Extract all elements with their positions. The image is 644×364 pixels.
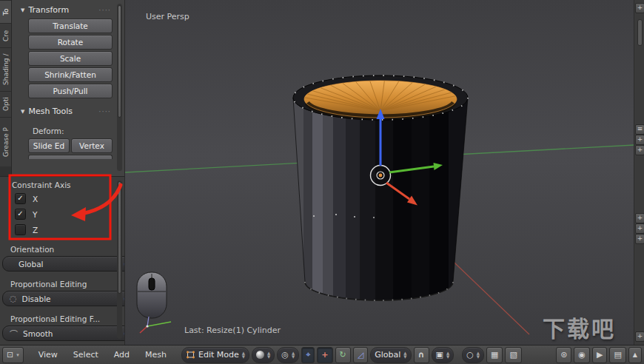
region-widget-button[interactable]: + bbox=[635, 145, 644, 155]
vertex-button[interactable]: Vertex bbox=[71, 138, 113, 153]
checkbox-x-label: X bbox=[33, 195, 38, 203]
header-right-group: ⊛ ◉ ▶ ▤ ▲ bbox=[556, 347, 642, 363]
layers-grid-icon: ▦ bbox=[491, 350, 498, 360]
disable-icon: ◌ bbox=[10, 294, 17, 303]
layers-widget-button[interactable]: ▦ bbox=[486, 347, 503, 363]
transform-orientation-dropdown[interactable]: Global ▲▼ bbox=[370, 347, 411, 363]
operator-panel: Constraint Axis ✓ X ✓ Y Z Orientation Gl… bbox=[0, 177, 124, 345]
expand-panel-button[interactable]: + bbox=[635, 234, 644, 244]
3d-view-editor-icon: ⊡ bbox=[7, 350, 13, 360]
scrollbar-thumb[interactable] bbox=[118, 181, 121, 294]
stepper-arrows-icon: ▲▼ bbox=[292, 351, 295, 359]
collapse-triangle-icon: ▼ bbox=[21, 109, 24, 115]
render-still-icon: ◉ bbox=[578, 350, 586, 360]
last-operator-status: Last: Resize(1) Cylinder bbox=[184, 326, 281, 335]
rotate-button[interactable]: Rotate bbox=[28, 35, 113, 50]
vertex-dot bbox=[373, 217, 375, 218]
occlude-geometry-icon: ▧ bbox=[509, 350, 517, 360]
rotate-manipulator-icon: ↻ bbox=[340, 350, 346, 360]
constraint-axis-z[interactable]: Z bbox=[15, 224, 38, 235]
region-widget-button[interactable]: ≡ bbox=[635, 124, 644, 135]
vertex-dot bbox=[313, 215, 315, 217]
viewport-scene bbox=[125, 0, 634, 345]
orientation-value: Global bbox=[375, 350, 400, 360]
expand-panel-button[interactable]: + bbox=[635, 223, 644, 234]
render-animation-button[interactable]: ▶ bbox=[592, 347, 607, 363]
screen-layout-button[interactable]: ▤ bbox=[609, 347, 625, 363]
settings-button[interactable]: ⊛ bbox=[556, 347, 571, 363]
proportional-falloff-dropdown[interactable]: ⌒ Smooth ▲▼ bbox=[2, 326, 135, 341]
proportional-editing-dropdown[interactable]: ◌ Disable ▲▼ bbox=[2, 291, 135, 306]
collapse-triangle-icon: ▼ bbox=[21, 7, 24, 13]
stepper-arrows-icon: ▲▼ bbox=[242, 351, 245, 359]
slide-edge-button[interactable]: Slide Ed bbox=[28, 138, 70, 153]
tool-shelf-panels: To Cre Shading / Opti Grease P ▼ Transfo… bbox=[0, 0, 124, 177]
edit-mode-icon bbox=[186, 350, 195, 360]
region-widget-button[interactable]: + bbox=[635, 135, 644, 145]
tab-create[interactable]: Cre bbox=[0, 23, 11, 47]
panel-grip-icon[interactable]: ···· bbox=[98, 107, 111, 115]
screen-icon: ▤ bbox=[614, 350, 621, 360]
mesh-tools-panel-header[interactable]: ▼ Mesh Tools ···· bbox=[12, 101, 113, 120]
manipulator-rotate-button[interactable]: ↻ bbox=[335, 347, 351, 363]
tool-shelf-scrollbar[interactable] bbox=[117, 4, 122, 171]
snap-toggle-button[interactable]: ∩ bbox=[414, 347, 429, 363]
transform-panel-header[interactable]: ▼ Transform ···· bbox=[12, 0, 113, 18]
render-opengl-button[interactable]: ◉ bbox=[574, 347, 590, 363]
pivot-center-dropdown[interactable]: ◎ ▲▼ bbox=[277, 347, 299, 363]
orientation-label: Orientation bbox=[10, 245, 54, 254]
scale-button[interactable]: Scale bbox=[28, 51, 113, 66]
push-pull-button[interactable]: Push/Pull bbox=[28, 84, 113, 98]
tab-options[interactable]: Opti bbox=[0, 91, 11, 117]
constraint-axis-x[interactable]: ✓ X bbox=[15, 193, 38, 204]
tabstrip-filler bbox=[0, 166, 11, 176]
3d-viewport[interactable]: User Persp Last: Resize(1) Cylinder bbox=[124, 0, 634, 345]
vertex-dot bbox=[335, 214, 337, 215]
origin-dot bbox=[379, 174, 383, 178]
collapse-header-button[interactable]: ▲ bbox=[628, 347, 642, 363]
expand-panel-button[interactable]: + bbox=[635, 331, 644, 342]
clipped-tool-button[interactable] bbox=[28, 155, 113, 159]
constraint-axis-y[interactable]: ✓ Y bbox=[15, 209, 37, 220]
expand-properties-button[interactable]: + bbox=[635, 3, 644, 13]
stepper-arrows-icon: ▲▼ bbox=[477, 351, 480, 359]
limit-selection-button[interactable]: ▧ bbox=[505, 347, 521, 363]
right-region-strip: + ≡ + + + + + + bbox=[634, 0, 644, 345]
stepper-arrows-icon: ▲▼ bbox=[446, 351, 449, 359]
snap-element-dropdown[interactable]: ▣ ▲▼ bbox=[432, 347, 455, 363]
manipulator-axis-icon: ⌖ bbox=[306, 350, 310, 360]
tab-tools[interactable]: To bbox=[0, 0, 11, 23]
manipulator-translate-button[interactable]: + bbox=[317, 347, 332, 363]
menu-select[interactable]: Select bbox=[67, 350, 105, 360]
viewport-shading-dropdown[interactable]: ▲▼ bbox=[252, 347, 275, 363]
collapse-arrows-icon: ▲ bbox=[633, 351, 637, 358]
shrink-fatten-button[interactable]: Shrink/Fatten bbox=[28, 67, 113, 82]
scale-manipulator-icon: ◿ bbox=[358, 350, 363, 360]
transform-panel-title: Transform bbox=[28, 5, 69, 15]
menu-view[interactable]: View bbox=[32, 350, 64, 360]
translate-button[interactable]: Translate bbox=[28, 18, 113, 33]
tab-grease-pencil[interactable]: Grease P bbox=[0, 117, 11, 166]
proportional-editing-dropdown-header[interactable]: ○ ▲▼ bbox=[462, 347, 484, 363]
mode-value: Edit Mode bbox=[198, 350, 239, 360]
right-scrollbar-thumb[interactable] bbox=[637, 19, 643, 46]
expand-panel-button[interactable]: + bbox=[635, 213, 644, 223]
operator-panel-scrollbar[interactable] bbox=[117, 181, 122, 339]
snap-element-icon: ▣ bbox=[436, 350, 443, 360]
scrollbar-thumb[interactable] bbox=[118, 5, 121, 118]
checkbox-z-label: Z bbox=[33, 226, 38, 235]
tab-shading-uvs[interactable]: Shading / bbox=[0, 47, 11, 91]
editor-type-button[interactable]: ⊡ ▾ bbox=[2, 347, 24, 363]
menu-mesh[interactable]: Mesh bbox=[138, 350, 173, 360]
panel-grip-icon[interactable]: ···· bbox=[98, 6, 111, 14]
menu-add[interactable]: Add bbox=[107, 350, 136, 360]
checkbox-z[interactable] bbox=[15, 224, 26, 235]
manipulator-scale-button[interactable]: ◿ bbox=[353, 347, 368, 363]
pivot-icon: ◎ bbox=[281, 350, 289, 360]
manipulator-toggle-button[interactable]: ⌖ bbox=[301, 347, 315, 363]
checkbox-y[interactable]: ✓ bbox=[15, 209, 26, 220]
smooth-falloff-icon: ⌒ bbox=[10, 328, 18, 340]
checkbox-x[interactable]: ✓ bbox=[15, 193, 26, 204]
orientation-dropdown[interactable]: Global ▲▼ bbox=[2, 256, 135, 272]
interaction-mode-dropdown[interactable]: Edit Mode ▲▼ bbox=[181, 347, 249, 363]
